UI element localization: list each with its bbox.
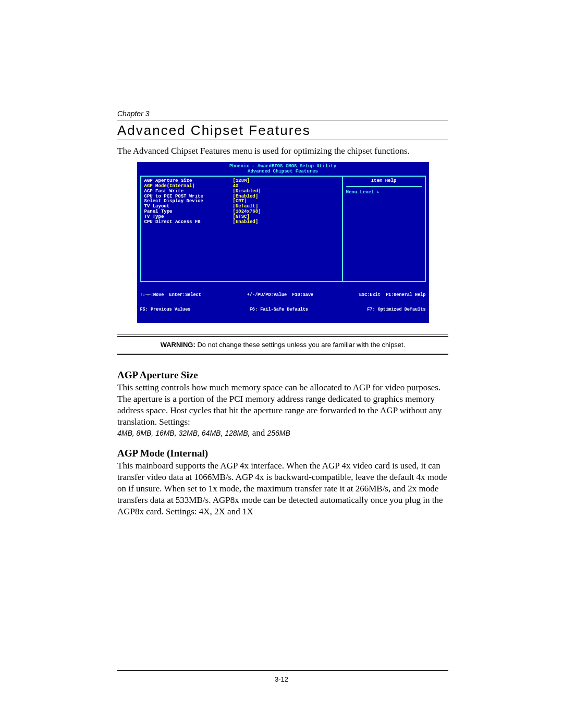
bios-footer-seg: ESC:Exit F1:General Help <box>359 293 426 298</box>
text: and <box>250 428 267 438</box>
bios-setting-row: CPU Direct Access FB[Enabled] <box>144 220 339 225</box>
bios-menu-level: Menu Level ▸ <box>346 190 422 195</box>
paragraph: This setting controls how much memory sp… <box>117 382 448 428</box>
warning-label: WARNING: <box>161 341 195 349</box>
warning-box: WARNING: Do not change these settings un… <box>117 337 448 353</box>
text: and <box>225 507 242 516</box>
document-page: Chapter 3 Advanced Chipset Features The … <box>0 0 563 728</box>
settings-options: 4MB, 8MB, 16MB, 32MB, 64MB, 128MB, <box>117 429 250 437</box>
double-rule <box>117 353 448 355</box>
bios-footer-seg: F6: Fail-Safe Defaults <box>250 307 308 312</box>
bios-setting-value: [Enabled] <box>233 220 259 225</box>
bios-setting-label: CPU Direct Access FB <box>144 220 233 225</box>
bios-box: AGP Aperture Size[128M]AGP Mode(Internal… <box>140 176 426 282</box>
rule <box>117 140 448 140</box>
subheading-agp-mode: AGP Mode (Internal) <box>117 448 448 459</box>
settings-option: 1X <box>242 507 253 516</box>
section-title: Advanced Chipset Features <box>117 122 448 139</box>
settings-option: 4X <box>199 507 210 516</box>
text: , <box>210 507 215 516</box>
page-number: 3-12 <box>0 675 563 683</box>
settings-option: 256MB <box>267 429 290 437</box>
bios-item-help-title: Item Help <box>346 179 422 187</box>
bios-footer-seg: F5: Previous Values <box>140 307 191 312</box>
settings-option: 2X <box>214 507 225 516</box>
subheading-agp-aperture: AGP Aperture Size <box>117 369 448 381</box>
paragraph: This mainboard supports the AGP 4x inter… <box>117 460 448 517</box>
bios-footer-seg: +/-/PU/PD:Value F10:Save <box>247 293 314 298</box>
bios-help-pane: Item Help Menu Level ▸ <box>343 177 425 281</box>
bios-settings-list: AGP Aperture Size[128M]AGP Mode(Internal… <box>141 177 343 281</box>
bios-screenshot: Phoenix - AwardBIOS CMOS Setup Utility A… <box>137 162 429 323</box>
warning-text: Do not change these settings unless you … <box>195 341 406 349</box>
bios-header-line2: Advanced Chipset Features <box>140 169 426 175</box>
text: This mainboard supports the AGP 4x inter… <box>117 461 447 516</box>
bios-footer: ↑↓→←:Move Enter:Select +/-/PU/PD:Value F… <box>140 283 426 322</box>
bios-footer-seg: ↑↓→←:Move Enter:Select <box>140 293 201 298</box>
chapter-label: Chapter 3 <box>117 109 448 118</box>
intro-paragraph: The Advanced Chipset Features menu is us… <box>117 145 448 157</box>
settings-options-line: 4MB, 8MB, 16MB, 32MB, 64MB, 128MB, and 2… <box>117 428 448 438</box>
bios-footer-seg: F7: Optimized Defaults <box>367 307 425 312</box>
footer-rule <box>117 670 448 671</box>
rule <box>117 120 448 120</box>
